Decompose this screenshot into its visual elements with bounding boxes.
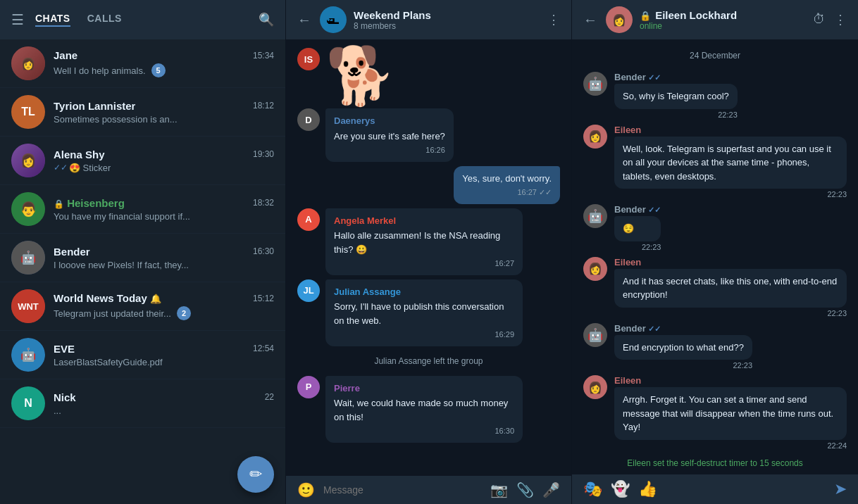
right-message-row: 🤖Bender ✓✓So, why is Telegram cool?22:23 xyxy=(583,72,847,119)
right-back-button[interactable]: ← xyxy=(583,12,597,28)
chat-name: Tyrion Lannister xyxy=(54,100,135,112)
chat-preview: Sometimes possession is an... xyxy=(54,114,178,125)
chat-time: 16:30 xyxy=(253,246,274,256)
secret-lock-icon: 🔒 xyxy=(640,11,651,21)
avatar: WNT xyxy=(11,289,45,323)
compose-fab[interactable]: ✏ xyxy=(237,456,274,493)
avatar: D xyxy=(297,108,320,131)
right-emoji-icon-2[interactable]: 👻 xyxy=(611,480,630,498)
message-row: Yes, sure, don't worry.16:27 ✓✓ xyxy=(297,166,560,204)
system-message: Julian Assange left the group xyxy=(297,356,560,366)
message-row: PPierreWait, we could have made so much … xyxy=(297,376,560,443)
avatar: 🤖 xyxy=(583,323,607,347)
chat-item-eve[interactable]: 🤖EVE12:54LaserBlastSafetyGuide.pdf xyxy=(0,331,285,379)
right-header-avatar: 👩 xyxy=(606,6,633,33)
right-messages-area: 24 December 🤖Bender ✓✓So, why is Telegra… xyxy=(572,39,858,474)
chat-name: EVE xyxy=(54,343,75,355)
chat-time: 12:54 xyxy=(253,344,274,353)
attach-icon[interactable]: 📎 xyxy=(516,481,534,498)
avatar: 👩 xyxy=(583,375,607,399)
chat-name: Jane xyxy=(54,49,77,61)
sticker-message: IS🐕 xyxy=(297,48,560,104)
chat-time: 15:12 xyxy=(253,294,274,303)
camera-icon[interactable]: 📷 xyxy=(490,481,508,498)
tab-chats[interactable]: CHATS xyxy=(35,13,70,27)
right-panel: ← 👩 🔒 Eileen Lockhard online ⏱ ⋮ 24 Dece… xyxy=(572,0,858,504)
date-divider: 24 December xyxy=(583,51,847,61)
chat-name: World News Today 🔔 xyxy=(54,292,161,304)
chat-preview: ... xyxy=(54,405,61,416)
message-input[interactable] xyxy=(323,484,482,496)
avatar: P xyxy=(297,376,320,398)
chat-item-bender[interactable]: 🤖Bender16:30I looove new Pixels! If fact… xyxy=(0,234,285,282)
search-icon[interactable]: 🔍 xyxy=(259,12,274,27)
timer-icon[interactable]: ⏱ xyxy=(813,12,826,27)
message-bubble: Angela MerkelHallo alle zusammen! Is the… xyxy=(325,208,523,275)
emoji-icon[interactable]: 🙂 xyxy=(297,481,315,498)
chat-time: 18:12 xyxy=(253,101,274,111)
message-row: JLJulian AssangeSorry, I'll have to publ… xyxy=(297,279,560,346)
mid-input-bar: 🙂 📷 📎 🎤 xyxy=(286,476,571,504)
avatar: N xyxy=(11,386,45,420)
send-button[interactable]: ➤ xyxy=(834,480,847,498)
message-bubble: Yes, sure, don't worry.16:27 ✓✓ xyxy=(454,166,560,204)
chat-time: 15:34 xyxy=(253,51,274,61)
right-message-row: 🤖Bender ✓✓😌22:23 xyxy=(583,204,847,251)
avatar: 👨 xyxy=(11,192,45,226)
avatar: 🤖 xyxy=(583,72,607,96)
mid-header-avatar: 🛥 xyxy=(320,6,347,33)
avatar: TL xyxy=(11,95,45,129)
unread-badge: 5 xyxy=(151,63,166,77)
message-row: AAngela MerkelHallo alle zusammen! Is th… xyxy=(297,208,560,275)
chat-time: 22 xyxy=(265,392,274,402)
chat-time: 19:30 xyxy=(253,149,274,159)
chat-item-worldnews[interactable]: WNTWorld News Today 🔔15:12Telegram just … xyxy=(0,282,285,331)
tabs: CHATS CALLS xyxy=(35,13,259,27)
right-message-row: 👩EileenWell, look. Telegram is superfast… xyxy=(583,125,847,199)
right-more-icon[interactable]: ⋮ xyxy=(834,12,847,27)
right-header-icons: ⏱ ⋮ xyxy=(813,12,847,27)
chat-preview: You have my financial support if... xyxy=(54,211,190,222)
chat-item-alena[interactable]: 👩Alena Shy19:30✓✓😍 Sticker xyxy=(0,137,285,185)
avatar: 👩 xyxy=(11,46,45,80)
chat-preview: I looove new Pixels! If fact, they... xyxy=(54,260,189,270)
avatar: A xyxy=(297,208,320,231)
chat-item-tyrion[interactable]: TLTyrion Lannister18:12Sometimes possess… xyxy=(0,88,285,137)
right-chat-header: ← 👩 🔒 Eileen Lockhard online ⏱ ⋮ xyxy=(572,0,858,39)
message-bubble: DaenerysAre you sure it's safe here?16:2… xyxy=(325,108,454,162)
avatar: 🤖 xyxy=(583,204,607,228)
chat-item-nick[interactable]: NNick22... xyxy=(0,379,285,428)
chat-name: Alena Shy xyxy=(54,149,105,160)
avatar: 👩 xyxy=(11,144,45,177)
avatar: 🤖 xyxy=(11,241,45,275)
more-icon[interactable]: ⋮ xyxy=(547,12,560,27)
message-row: DDaenerysAre you sure it's safe here?16:… xyxy=(297,108,560,162)
right-chat-name: 🔒 Eileen Lockhard xyxy=(640,9,813,21)
mid-chat-name: Weekend Plans xyxy=(354,9,547,21)
right-emoji-icon-3[interactable]: 👍 xyxy=(638,480,657,498)
right-message-row: 🤖Bender ✓✓End encryption to what end??22… xyxy=(583,323,847,370)
right-emoji-icon-1[interactable]: 🎭 xyxy=(583,480,602,498)
avatar: 👩 xyxy=(583,257,607,281)
system-notification: Eileen set the self-destruct timer to 15… xyxy=(583,458,847,468)
avatar: 🤖 xyxy=(11,338,45,372)
hamburger-icon[interactable]: ☰ xyxy=(11,11,24,28)
mic-icon[interactable]: 🎤 xyxy=(542,481,560,498)
mid-chat-header: ← 🛥 Weekend Plans 8 members ⋮ xyxy=(286,0,571,39)
left-panel: ☰ CHATS CALLS 🔍 👩Jane15:34Well I do help… xyxy=(0,0,286,504)
right-online-status: online xyxy=(640,21,813,31)
chat-name: Nick xyxy=(54,391,76,403)
tab-calls[interactable]: CALLS xyxy=(87,13,122,27)
mid-panel: ← 🛥 Weekend Plans 8 members ⋮ IS🐕DDaener… xyxy=(286,0,572,504)
chat-preview: Telegram just updated their... xyxy=(54,308,171,319)
messages-area: IS🐕DDaenerysAre you sure it's safe here?… xyxy=(286,39,571,476)
chat-item-jane[interactable]: 👩Jane15:34Well I do help animals.5 xyxy=(0,39,285,88)
chat-preview: LaserBlastSafetyGuide.pdf xyxy=(54,357,163,367)
back-button[interactable]: ← xyxy=(297,12,311,28)
message-bubble: Julian AssangeSorry, I'll have to publis… xyxy=(325,279,523,346)
right-message-row: 👩EileenAnd it has secret chats, like thi… xyxy=(583,257,847,317)
avatar: JL xyxy=(297,279,320,302)
chat-item-heisenberg[interactable]: 👨🔒 Heisenberg18:32You have my financial … xyxy=(0,185,285,234)
right-input-bar: 🎭 👻 👍 ➤ xyxy=(572,474,858,504)
avatar: IS xyxy=(297,48,320,70)
